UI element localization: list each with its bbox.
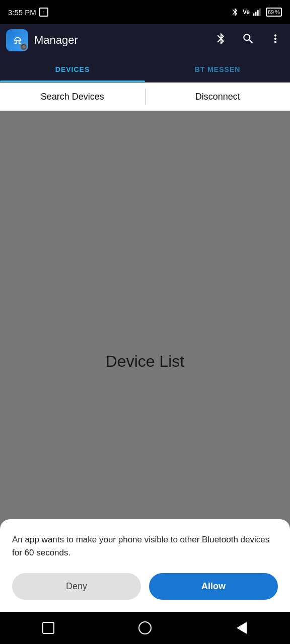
battery-icon: 69 % xyxy=(266,8,282,17)
svg-rect-1 xyxy=(255,12,256,16)
back-icon xyxy=(237,622,247,634)
dialog-overlay: An app wants to make your phone visible … xyxy=(0,111,290,612)
svg-rect-3 xyxy=(259,9,260,16)
more-options-button[interactable] xyxy=(267,30,284,50)
svg-rect-0 xyxy=(253,14,254,16)
allow-button[interactable]: Allow xyxy=(149,573,278,600)
app-icon: ⍾ ⚙ xyxy=(6,29,28,51)
dialog-message: An app wants to make your phone visible … xyxy=(12,533,278,559)
app-title: Manager xyxy=(34,34,206,47)
bluetooth-app-icon: ⍾ xyxy=(14,35,21,46)
status-left: 3:55 PM ↑ xyxy=(8,8,48,17)
action-bar: Search Devices Disconnect xyxy=(0,83,290,111)
tab-devices[interactable]: DEVICES xyxy=(0,56,145,82)
recents-button[interactable] xyxy=(34,618,62,638)
battery-level: 69 xyxy=(268,9,274,15)
disconnect-button[interactable]: Disconnect xyxy=(146,83,291,111)
app-bar: ⍾ ⚙ Manager xyxy=(0,24,290,56)
svg-rect-2 xyxy=(257,10,258,16)
bluetooth-toggle-button[interactable] xyxy=(212,30,230,50)
back-button[interactable] xyxy=(228,618,256,638)
status-right: Ve 69 % xyxy=(231,8,282,17)
dialog-actions: Deny Allow xyxy=(12,573,278,600)
home-icon xyxy=(138,621,152,634)
deny-button[interactable]: Deny xyxy=(12,573,141,600)
status-time: 3:55 PM xyxy=(8,8,36,17)
app-bar-actions xyxy=(212,30,284,50)
signal-icon xyxy=(253,8,263,16)
nav-bar xyxy=(0,612,290,644)
recents-icon xyxy=(42,622,54,634)
tab-bar: DEVICES BT MESSEN xyxy=(0,56,290,83)
volte-icon: Ve xyxy=(243,9,250,16)
bluetooth-status-icon xyxy=(231,8,240,17)
search-devices-button[interactable]: Search Devices xyxy=(0,83,145,111)
home-button[interactable] xyxy=(131,618,159,638)
permission-dialog: An app wants to make your phone visible … xyxy=(0,519,290,612)
tab-bt-messenger[interactable]: BT MESSEN xyxy=(145,56,290,82)
settings-badge-icon: ⚙ xyxy=(20,43,27,50)
search-button[interactable] xyxy=(240,30,257,50)
upload-icon: ↑ xyxy=(39,8,48,17)
status-bar: 3:55 PM ↑ Ve 69 % xyxy=(0,0,290,24)
main-content: Device List An app wants to make your ph… xyxy=(0,111,290,612)
